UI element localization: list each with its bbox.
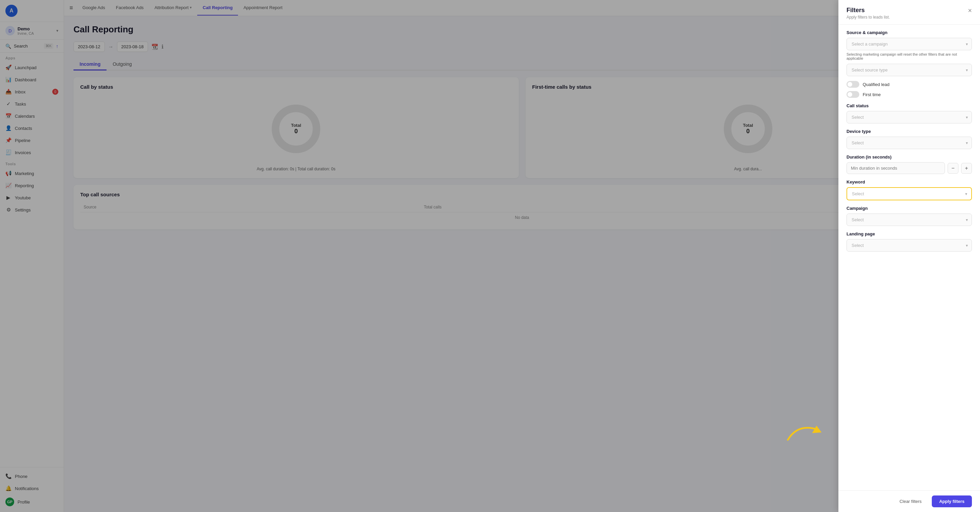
first-time-label: First time (863, 92, 881, 97)
campaign-section-label: Campaign (846, 206, 972, 211)
filter-title-group: Filters Apply filters to leads list. (846, 7, 890, 19)
filter-body: Source & campaign Select a campaign ▾ Se… (838, 25, 980, 490)
call-status-label: Call status (846, 103, 972, 108)
landing-page-select[interactable]: Select (846, 239, 972, 252)
duration-plus-button[interactable]: + (961, 163, 972, 174)
campaign2-select-wrapper: Select ▾ (846, 214, 972, 226)
device-type-select[interactable]: Select (846, 137, 972, 149)
campaign2-select[interactable]: Select (846, 214, 972, 226)
device-type-select-wrapper: Select ▾ (846, 137, 972, 149)
filter-title: Filters (846, 7, 890, 14)
source-type-select[interactable]: Select source type (846, 64, 972, 76)
source-campaign-label: Source & campaign (846, 30, 972, 35)
filter-subtitle: Apply filters to leads list. (846, 15, 890, 19)
landing-page-select-wrapper: Select ▾ (846, 239, 972, 252)
first-time-toggle[interactable] (846, 91, 859, 98)
campaign-hint: Selecting marketing campaign will reset … (846, 52, 972, 61)
duration-minus-button[interactable]: − (948, 163, 958, 174)
call-status-select-wrapper: Select ▾ (846, 111, 972, 123)
modal-overlay (0, 0, 980, 512)
qualified-lead-toggle[interactable] (846, 81, 859, 88)
clear-filters-button[interactable]: Clear filters (893, 496, 928, 507)
duration-input[interactable] (846, 162, 945, 174)
first-time-row: First time (846, 91, 972, 98)
keyword-label: Keyword (846, 179, 972, 185)
filter-header: Filters Apply filters to leads list. × (838, 0, 980, 25)
qualified-lead-label: Qualified lead (863, 82, 890, 87)
call-status-select[interactable]: Select (846, 111, 972, 123)
filter-panel: Filters Apply filters to leads list. × S… (838, 0, 980, 512)
campaign-select-wrapper: Select a campaign ▾ (846, 38, 972, 50)
device-type-label: Device type (846, 129, 972, 134)
campaign-select[interactable]: Select a campaign (846, 38, 972, 50)
qualified-lead-row: Qualified lead (846, 81, 972, 88)
apply-filters-button[interactable]: Apply filters (932, 496, 972, 507)
duration-row: − + (846, 162, 972, 174)
filter-close-button[interactable]: × (968, 7, 972, 14)
filter-footer: Clear filters Apply filters (838, 490, 980, 512)
landing-page-label: Landing page (846, 231, 972, 236)
duration-label: Duration (in seconds) (846, 155, 972, 160)
keyword-select[interactable]: Select (847, 188, 971, 200)
source-type-select-wrapper: Select source type ▾ (846, 64, 972, 76)
keyword-select-wrapper: Select ▾ (846, 187, 972, 200)
